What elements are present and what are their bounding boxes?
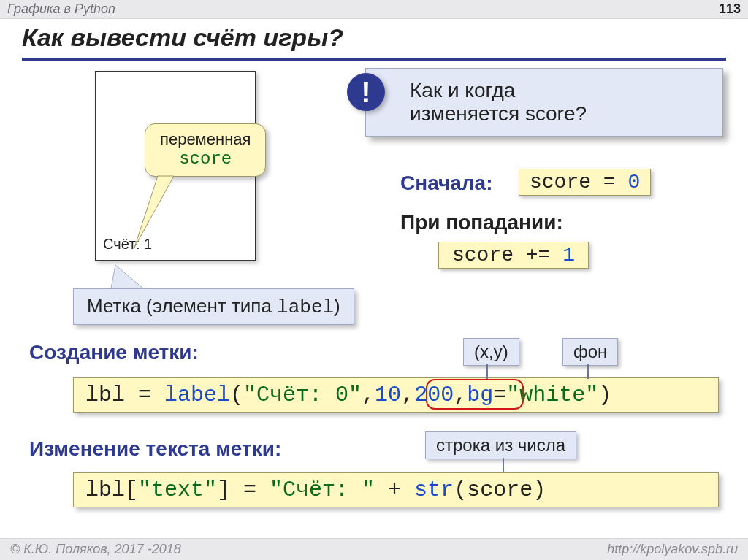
first-code-pre: score = (530, 171, 627, 193)
c2-p1: lbl[ (85, 477, 138, 502)
c2-p3: (score) (454, 477, 546, 502)
callout-line2: изменяется score? (410, 102, 709, 126)
code-create-label: lbl = label("Счёт: 0",10,200,bg="white") (73, 377, 719, 413)
onhit-code-pre: score += (452, 244, 562, 266)
callout-line1: Как и когда (410, 79, 709, 102)
onhit-code: score += 1 (438, 242, 589, 269)
c2-str: "Счёт: " (270, 477, 375, 502)
title-row: Как вывести счёт игры? (0, 19, 748, 55)
callout-question: ! Как и когда изменяется score? (365, 68, 723, 137)
c1-c2: , (401, 383, 414, 407)
tag-variable-score: переменная score (145, 123, 266, 177)
connector-xy-icon (486, 364, 488, 379)
slide-footer: © К.Ю. Поляков, 2017 -2018 http://kpolya… (0, 538, 748, 560)
slide-title: Как вывести счёт игры? (22, 23, 343, 51)
note-code: label (277, 296, 334, 318)
connector-bg-icon (587, 364, 589, 379)
note-after: ) (334, 295, 340, 317)
c1-str: "Счёт: 0" (243, 383, 362, 407)
title-underline (22, 58, 726, 61)
red-ring-xy (426, 379, 524, 410)
c1-end: ) (598, 383, 611, 407)
note-label-element: Метка (элемент типа label) (73, 288, 354, 325)
note-before: Метка (элемент типа (87, 295, 277, 317)
first-code: score = 0 (519, 169, 651, 196)
topic-label: Графика в Python (7, 1, 115, 17)
section-modify-label: Изменение текста метки: (29, 437, 281, 461)
first-label: Сначала: (400, 172, 493, 195)
svg-marker-0 (134, 176, 174, 248)
note-pointer-icon (108, 262, 152, 291)
c1-fn: label (164, 383, 230, 407)
onhit-code-one: 1 (562, 244, 575, 266)
exclamation-icon: ! (347, 73, 385, 111)
svg-marker-1 (111, 265, 143, 288)
first-code-zero: 0 (627, 171, 640, 193)
c1-n1: 10 (375, 383, 401, 407)
onhit-label: При попадании: (400, 211, 563, 234)
footer-copyright: © К.Ю. Поляков, 2017 -2018 (10, 542, 181, 557)
section-create-label: Создание метки: (29, 341, 199, 364)
popup-xy: (x,y) (463, 338, 519, 366)
c1-p2: ( (230, 383, 243, 407)
popup-str-from-num: строка из числа (425, 431, 576, 459)
c2-p2: ] = (217, 477, 270, 502)
c1-comma: , (362, 383, 375, 407)
c2-plus: + (375, 477, 414, 502)
c2-key: "text" (138, 477, 217, 502)
page-number: 113 (719, 1, 741, 17)
slide-header: Графика в Python 113 (0, 0, 748, 19)
c1-p1: lbl = (85, 383, 164, 407)
code-modify-label: lbl["text"] = "Счёт: " + str(score) (73, 472, 719, 507)
tag-line1: переменная (160, 130, 251, 149)
tag-line2-code: score (160, 149, 251, 169)
footer-url: http://kpolyakov.spb.ru (607, 542, 738, 557)
c2-fn: str (414, 477, 454, 502)
popup-bg: фон (562, 338, 618, 366)
tag-tail-icon (129, 172, 180, 252)
